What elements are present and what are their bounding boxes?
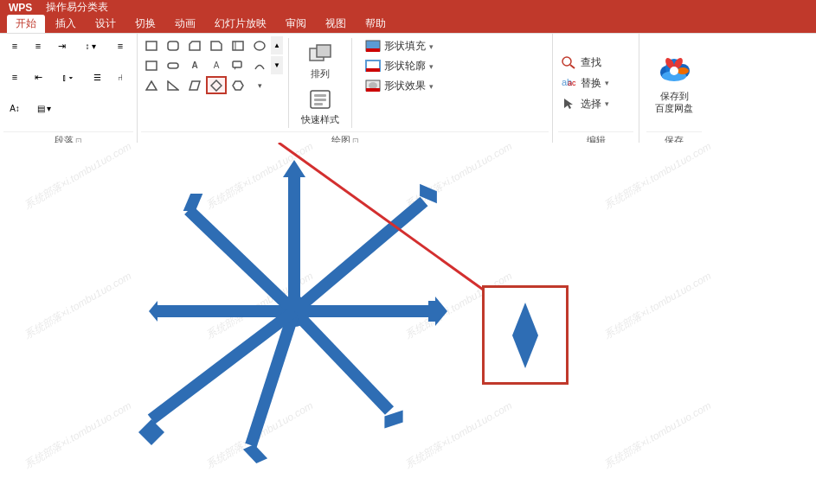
ribbon: WPS 操作易分类表 开始 插入 设计 切换 动画 幻灯片放映 审阅 视图 帮助…	[0, 0, 816, 143]
svg-marker-56	[138, 419, 164, 445]
svg-text:ac: ac	[568, 79, 576, 87]
svg-rect-25	[366, 68, 380, 72]
arrange-icon	[306, 40, 334, 67]
replace-label: 替换	[581, 76, 601, 91]
shape-menu-group: 形状填充 ▾ 形状轮廓 ▾	[357, 36, 441, 96]
shape-parallelogram[interactable]	[184, 76, 205, 94]
shape-snip2-rect[interactable]	[206, 36, 227, 54]
text-dir-btn[interactable]: A↕	[3, 99, 26, 118]
arrange-btn[interactable]: 排列	[301, 38, 339, 82]
align-center-btn[interactable]: ≡	[27, 36, 49, 55]
shape-fill-arrow[interactable]: ▾	[429, 42, 434, 51]
find-btn[interactable]: 查找	[558, 54, 633, 71]
scrollbar-up[interactable]: ▲	[271, 36, 283, 54]
shapes-row-3: ▾	[141, 76, 283, 94]
svg-rect-1	[168, 41, 178, 50]
svg-line-42	[294, 201, 424, 311]
zoom-box	[482, 285, 569, 385]
scrollbar-down[interactable]: ▼	[271, 56, 283, 74]
select-btn[interactable]: 选择 ▾	[558, 95, 633, 112]
shape-hex[interactable]	[228, 76, 248, 94]
svg-rect-19	[314, 94, 326, 97]
svg-rect-28	[366, 88, 380, 92]
tab-review[interactable]: 审阅	[277, 15, 315, 33]
list-bullet-btn[interactable]: ☰	[86, 67, 108, 86]
svg-marker-11	[146, 81, 157, 90]
save-cloud-btn[interactable]: 保存到 百度网盘	[652, 36, 697, 130]
shape-fill-label: 形状填充	[384, 39, 426, 54]
indent-btn[interactable]: ⇥	[50, 36, 73, 55]
shape-rect2[interactable]	[228, 36, 248, 54]
shape-snip-rect[interactable]	[184, 36, 205, 54]
arrange-label: 排列	[311, 67, 330, 80]
svg-rect-17	[317, 45, 331, 57]
tab-insert[interactable]: 插入	[47, 15, 85, 33]
shape-vert-text[interactable]: A	[206, 56, 227, 74]
tab-animation[interactable]: 动画	[166, 15, 204, 33]
svg-marker-15	[233, 81, 243, 90]
svg-marker-13	[190, 81, 200, 90]
tab-view[interactable]: 视图	[317, 15, 355, 33]
shape-effect-btn[interactable]: 形状效果 ▾	[363, 78, 436, 94]
shape-right-tri[interactable]	[163, 76, 183, 94]
list-num-btn[interactable]: ⑁	[109, 67, 132, 86]
shape-textbox[interactable]: A	[184, 56, 205, 74]
svg-point-39	[677, 67, 689, 74]
shapes-scrollbar[interactable]	[271, 76, 283, 94]
shape-rect[interactable]	[141, 36, 162, 54]
tab-design[interactable]: 设计	[87, 15, 125, 33]
quickstyle-btn[interactable]: 快速样式	[296, 84, 344, 128]
quickstyle-icon	[306, 86, 334, 113]
shape-outline-btn[interactable]: 形状轮廓 ▾	[363, 58, 436, 74]
shape-more[interactable]: ▾	[249, 76, 270, 94]
shape-outline-arrow[interactable]: ▾	[429, 62, 434, 71]
shape-rect3[interactable]	[141, 56, 162, 74]
shape-circle[interactable]	[249, 36, 270, 54]
svg-marker-46	[435, 297, 447, 326]
edit-section: 查找 ab ac 替换 ▾	[553, 34, 639, 150]
ribbon-content: ≡ ≡ ⇥ ↕ ▾ ≡ ≡ ⇤ ⫿ ▾ ☰ ⑁ A↕ ▤ ▾ 段落 ⊡	[0, 33, 816, 150]
justify-btn[interactable]: ≡	[3, 67, 26, 86]
linespacing-btn[interactable]: ↕ ▾	[74, 36, 108, 55]
align-left-btn[interactable]: ≡	[3, 36, 26, 55]
outdent-btn[interactable]: ⇤	[27, 67, 49, 86]
align-right-btn[interactable]: ≡	[109, 36, 132, 55]
shape-diamond[interactable]	[206, 76, 227, 94]
replace-arrow[interactable]: ▾	[605, 79, 609, 87]
save-cloud-icon	[655, 52, 693, 90]
svg-rect-21	[314, 103, 323, 105]
svg-point-27	[369, 82, 377, 89]
shape-effect-arrow[interactable]: ▾	[429, 82, 434, 91]
shape-callout[interactable]	[228, 56, 248, 74]
tab-home[interactable]: 开始	[7, 15, 45, 33]
shape-rounded-rect[interactable]	[163, 36, 183, 54]
edit-items: 查找 ab ac 替换 ▾	[558, 36, 633, 130]
select-icon	[560, 96, 577, 112]
shape-arc[interactable]	[249, 56, 270, 74]
shape-rounded2[interactable]	[163, 56, 183, 74]
quickstyle-label: 快速样式	[301, 113, 339, 126]
shape-effect-label: 形状效果	[384, 79, 426, 93]
svg-rect-9	[233, 61, 241, 67]
svg-rect-0	[146, 41, 157, 50]
select-label: 选择	[581, 97, 601, 112]
svg-rect-8	[168, 63, 178, 68]
find-label: 查找	[581, 55, 601, 70]
shape-fill-btn[interactable]: 形状填充 ▾	[363, 38, 436, 54]
tab-transition[interactable]: 切换	[126, 15, 164, 33]
tab-help[interactable]: 帮助	[357, 15, 395, 33]
select-arrow[interactable]: ▾	[605, 99, 609, 108]
svg-rect-23	[366, 48, 380, 52]
svg-rect-4	[233, 41, 243, 50]
find-icon	[560, 54, 577, 70]
replace-icon: ab ac	[560, 75, 577, 91]
shapes-grid-wrapper: ▲ A A	[141, 36, 283, 94]
svg-marker-52	[149, 301, 157, 322]
cols-btn[interactable]: ⫿ ▾	[50, 67, 85, 86]
tab-slideshow[interactable]: 幻灯片放映	[206, 15, 275, 33]
watermark-8: 系统部落×i.tombu1uo.com	[601, 269, 714, 342]
replace-btn[interactable]: ab ac 替换 ▾	[558, 74, 633, 92]
svg-line-30	[570, 65, 575, 68]
shape-tri[interactable]	[141, 76, 162, 94]
convert-btn[interactable]: ▤ ▾	[27, 99, 61, 118]
